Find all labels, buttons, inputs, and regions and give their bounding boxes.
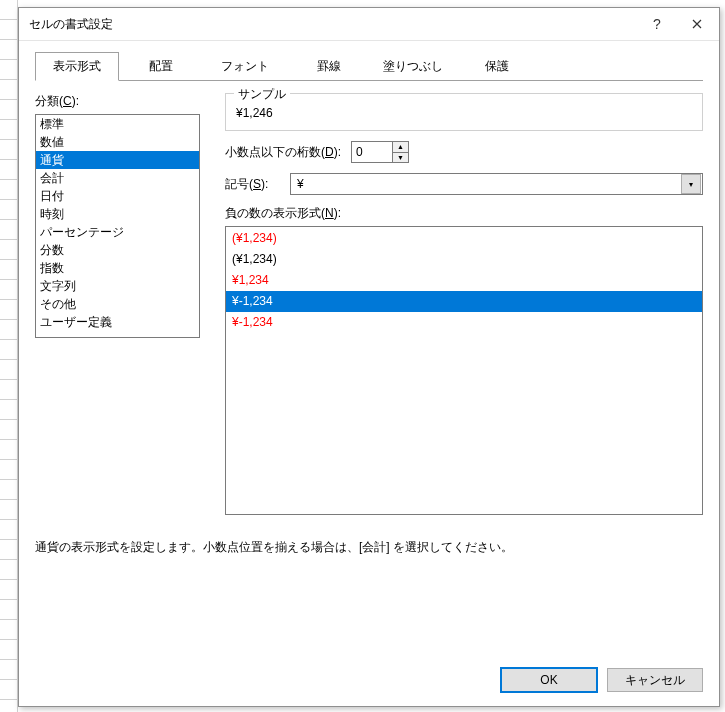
category-item[interactable]: 数値: [36, 133, 199, 151]
negative-option[interactable]: (¥1,234): [226, 228, 702, 249]
category-item[interactable]: パーセンテージ: [36, 223, 199, 241]
category-item[interactable]: 分数: [36, 241, 199, 259]
sample-group: サンプル ¥1,246: [225, 93, 703, 131]
category-item[interactable]: 標準: [36, 115, 199, 133]
decimals-input[interactable]: [352, 142, 392, 162]
help-button[interactable]: ?: [637, 9, 677, 39]
spinner-down[interactable]: ▼: [393, 153, 408, 163]
spinner-up[interactable]: ▲: [393, 142, 408, 153]
category-item[interactable]: 通貨: [36, 151, 199, 169]
title-bar: セルの書式設定 ?: [19, 8, 719, 41]
category-item[interactable]: ユーザー定義: [36, 313, 199, 331]
decimals-label: 小数点以下の桁数(D):: [225, 144, 341, 161]
tab-0[interactable]: 表示形式: [35, 52, 119, 81]
tab-3[interactable]: 罫線: [287, 52, 371, 81]
tab-2[interactable]: フォント: [203, 52, 287, 81]
description-text: 通貨の表示形式を設定します。小数点位置を揃える場合は、[会計] を選択してくださ…: [35, 539, 703, 556]
chevron-down-icon: ▾: [689, 180, 693, 189]
close-icon: [692, 19, 702, 29]
symbol-row: 記号(S): ¥ ▾: [225, 173, 703, 195]
cancel-button[interactable]: キャンセル: [607, 668, 703, 692]
category-item[interactable]: 文字列: [36, 277, 199, 295]
negative-label: 負の数の表示形式(N):: [225, 205, 703, 222]
category-item[interactable]: 指数: [36, 259, 199, 277]
category-column: 分類(C): 標準数値通貨会計日付時刻パーセンテージ分数指数文字列その他ユーザー…: [35, 93, 200, 515]
main-row: 分類(C): 標準数値通貨会計日付時刻パーセンテージ分数指数文字列その他ユーザー…: [35, 93, 703, 515]
grid-edge: [0, 0, 18, 712]
close-button[interactable]: [677, 9, 717, 39]
dropdown-button[interactable]: ▾: [681, 174, 701, 194]
negative-option[interactable]: ¥-1,234: [226, 291, 702, 312]
format-cells-dialog: セルの書式設定 ? 表示形式配置フォント罫線塗りつぶし保護 分類(C): 標準数…: [18, 7, 720, 707]
category-item[interactable]: 日付: [36, 187, 199, 205]
category-list[interactable]: 標準数値通貨会計日付時刻パーセンテージ分数指数文字列その他ユーザー定義: [35, 114, 200, 338]
spinner-arrows: ▲ ▼: [392, 142, 408, 162]
negative-option[interactable]: (¥1,234): [226, 249, 702, 270]
category-label: 分類(C):: [35, 93, 200, 110]
symbol-value: ¥: [291, 177, 680, 191]
category-item[interactable]: 会計: [36, 169, 199, 187]
decimals-spinner[interactable]: ▲ ▼: [351, 141, 409, 163]
category-item[interactable]: その他: [36, 295, 199, 313]
symbol-label: 記号(S):: [225, 176, 280, 193]
sample-label: サンプル: [234, 86, 290, 103]
decimals-row: 小数点以下の桁数(D): ▲ ▼: [225, 141, 703, 163]
negative-option[interactable]: ¥-1,234: [226, 312, 702, 333]
dialog-content: 表示形式配置フォント罫線塗りつぶし保護 分類(C): 標準数値通貨会計日付時刻パ…: [19, 41, 719, 658]
dialog-footer: OK キャンセル: [19, 658, 719, 706]
tab-5[interactable]: 保護: [455, 52, 539, 81]
ok-button[interactable]: OK: [501, 668, 597, 692]
tab-1[interactable]: 配置: [119, 52, 203, 81]
category-item[interactable]: 時刻: [36, 205, 199, 223]
settings-column: サンプル ¥1,246 小数点以下の桁数(D): ▲ ▼: [225, 93, 703, 515]
negative-option[interactable]: ¥1,234: [226, 270, 702, 291]
negative-format-list[interactable]: (¥1,234)(¥1,234)¥1,234¥-1,234¥-1,234: [225, 226, 703, 515]
tab-bar: 表示形式配置フォント罫線塗りつぶし保護: [35, 51, 703, 81]
symbol-dropdown[interactable]: ¥ ▾: [290, 173, 703, 195]
sample-value: ¥1,246: [236, 102, 692, 120]
window-title: セルの書式設定: [29, 16, 637, 33]
tab-4[interactable]: 塗りつぶし: [371, 52, 455, 81]
